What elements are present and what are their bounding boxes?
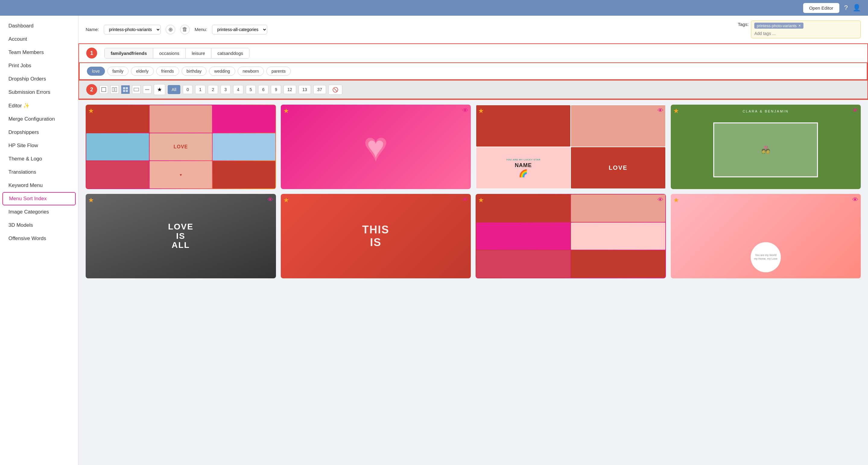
num-9-button[interactable]: 9 bbox=[271, 85, 281, 94]
card1-star[interactable]: ★ bbox=[88, 107, 94, 115]
filter-wedding[interactable]: wedding bbox=[209, 67, 235, 76]
svg-rect-0 bbox=[102, 88, 106, 92]
card6-overlay: ★ 👁 bbox=[283, 196, 469, 204]
card3-image: YOU ARE MY LUCKY STAR NAME 🌈 LOVE bbox=[476, 105, 666, 189]
card1-eye[interactable]: 👁 bbox=[268, 107, 274, 115]
name-select[interactable]: printess-photo-variants bbox=[104, 25, 161, 34]
sidebar-item-translations[interactable]: Translations bbox=[0, 165, 78, 179]
tab-familyandfriends[interactable]: familyandfriends bbox=[105, 48, 153, 58]
filter-love[interactable]: love bbox=[87, 67, 105, 76]
filter-parents[interactable]: parents bbox=[266, 67, 291, 76]
card3-star[interactable]: ★ bbox=[478, 107, 484, 115]
filter-newborn[interactable]: newborn bbox=[238, 67, 264, 76]
image-card-2: ♥ ♥ ★ 👁 bbox=[281, 105, 471, 189]
sidebar-item-merge-config[interactable]: Merge Configuration bbox=[0, 113, 78, 126]
num-all-button[interactable]: All bbox=[168, 85, 180, 94]
image-card-8: You are my Worldmy Home, my Love ★ 👁 bbox=[671, 194, 861, 278]
card2-image: ♥ ♥ bbox=[281, 105, 471, 189]
num-12-button[interactable]: 12 bbox=[283, 85, 296, 94]
num-37-button[interactable]: 37 bbox=[313, 85, 326, 94]
sidebar-item-submission-errors[interactable]: Submission Errors bbox=[0, 86, 78, 99]
num-13-button[interactable]: 13 bbox=[299, 85, 311, 94]
tab-group: familyandfriends occasions leisure catsa… bbox=[104, 48, 249, 59]
sub-filter-row: love family elderly friends birthday wed… bbox=[79, 62, 867, 80]
sidebar-item-dashboard[interactable]: Dashboard bbox=[0, 19, 78, 33]
card6-star[interactable]: ★ bbox=[283, 196, 289, 204]
layout-dash[interactable] bbox=[143, 85, 151, 94]
card7-star[interactable]: ★ bbox=[478, 196, 484, 204]
num-5-button[interactable]: 5 bbox=[246, 85, 256, 94]
sidebar-item-account[interactable]: Account bbox=[0, 33, 78, 46]
filter-family[interactable]: family bbox=[107, 67, 129, 76]
tags-box: printess-photo-variants × bbox=[751, 21, 861, 38]
sidebar-item-dropship-orders[interactable]: Dropship Orders bbox=[0, 72, 78, 86]
sidebar-item-keyword-menu[interactable]: Keyword Menu bbox=[0, 179, 78, 192]
layout-row: 2 ★ All bbox=[79, 81, 867, 99]
card4-star[interactable]: ★ bbox=[673, 107, 679, 115]
card5-star[interactable]: ★ bbox=[88, 196, 94, 204]
num-0-button[interactable]: 0 bbox=[183, 85, 193, 94]
hide-button[interactable]: 🚫 bbox=[329, 85, 342, 95]
menu-select[interactable]: printess-all-categories bbox=[212, 25, 267, 34]
sidebar-item-dropshippers[interactable]: Dropshippers bbox=[0, 126, 78, 139]
num-4-button[interactable]: 4 bbox=[233, 85, 243, 94]
card5-overlay: ★ 👁 bbox=[88, 196, 274, 204]
tab-catsanddogs[interactable]: catsanddogs bbox=[211, 48, 249, 58]
filter-elderly[interactable]: elderly bbox=[131, 67, 154, 76]
sidebar-item-print-jobs[interactable]: Print Jobs bbox=[0, 59, 78, 72]
user-icon[interactable]: 👤 bbox=[852, 4, 861, 12]
card8-star[interactable]: ★ bbox=[673, 196, 679, 204]
sidebar-item-theme-logo[interactable]: Theme & Logo bbox=[0, 152, 78, 165]
card5-eye[interactable]: 👁 bbox=[268, 196, 274, 204]
card3-eye[interactable]: 👁 bbox=[657, 107, 663, 115]
card8-overlay: ★ 👁 bbox=[673, 196, 859, 204]
tags-input[interactable] bbox=[754, 31, 858, 36]
card2-star[interactable]: ★ bbox=[283, 107, 289, 115]
delete-name-button[interactable]: 🗑 bbox=[180, 25, 190, 34]
step1-indicator: 1 bbox=[86, 48, 97, 59]
card5-image: LOVEISALL bbox=[86, 194, 276, 278]
image-card-7: ★ 👁 bbox=[476, 194, 666, 278]
sidebar-item-editor[interactable]: Editor ✨ bbox=[0, 99, 78, 113]
image-grid: LOVE ♥ ★ 👁 ♥ ♥ bbox=[79, 100, 868, 283]
card2-eye[interactable]: 👁 bbox=[462, 107, 468, 115]
step1-section: 1 familyandfriends occasions leisure cat… bbox=[79, 43, 868, 81]
svg-rect-3 bbox=[123, 87, 125, 89]
tags-label: Tags: bbox=[738, 21, 749, 27]
sidebar-item-offensive-words[interactable]: Offensive Words bbox=[0, 232, 78, 245]
filter-birthday[interactable]: birthday bbox=[182, 67, 207, 76]
card6-eye[interactable]: 👁 bbox=[462, 196, 468, 204]
card4-eye[interactable]: 👁 bbox=[852, 107, 858, 115]
star-filter-button[interactable]: ★ bbox=[154, 84, 165, 95]
layout-single[interactable] bbox=[99, 85, 108, 94]
tab-leisure[interactable]: leisure bbox=[186, 48, 211, 58]
card7-eye[interactable]: 👁 bbox=[657, 196, 663, 204]
add-name-button[interactable]: ⊕ bbox=[165, 25, 175, 34]
sidebar-item-image-categories[interactable]: Image Categories bbox=[0, 205, 78, 219]
num-2-button[interactable]: 2 bbox=[208, 85, 218, 94]
image-card-1: LOVE ♥ ★ 👁 bbox=[86, 105, 276, 189]
layout-quad[interactable] bbox=[121, 85, 130, 94]
card8-eye[interactable]: 👁 bbox=[852, 196, 858, 204]
step2-indicator: 2 bbox=[86, 84, 97, 95]
layout-double[interactable] bbox=[111, 85, 119, 94]
tag-chip-remove[interactable]: × bbox=[798, 23, 801, 28]
sidebar-item-hp-site-flow[interactable]: HP Site Flow bbox=[0, 139, 78, 152]
sidebar-item-3d-models[interactable]: 3D Models bbox=[0, 219, 78, 232]
controls-bar: Name: printess-photo-variants ⊕ 🗑 Menu: … bbox=[79, 16, 868, 43]
num-6-button[interactable]: 6 bbox=[258, 85, 269, 94]
num-1-button[interactable]: 1 bbox=[195, 85, 206, 94]
card3-overlay: ★ 👁 bbox=[478, 107, 663, 115]
open-editor-button[interactable]: Open Editor bbox=[803, 3, 839, 13]
layout-wide[interactable] bbox=[132, 85, 141, 94]
sidebar-item-menu-sort-index[interactable]: Menu Sort Index bbox=[2, 192, 76, 205]
top-bar: Open Editor ? 👤 bbox=[0, 0, 868, 16]
help-icon[interactable]: ? bbox=[844, 4, 848, 12]
sidebar-item-team-members[interactable]: Team Members bbox=[0, 46, 78, 59]
tab-occasions[interactable]: occasions bbox=[153, 48, 186, 58]
tag-chip-label: printess-photo-variants bbox=[757, 24, 797, 28]
name-label: Name: bbox=[86, 27, 99, 32]
filter-friends[interactable]: friends bbox=[156, 67, 179, 76]
num-3-button[interactable]: 3 bbox=[220, 85, 231, 94]
app-body: Dashboard Account Team Members Print Job… bbox=[0, 16, 868, 465]
